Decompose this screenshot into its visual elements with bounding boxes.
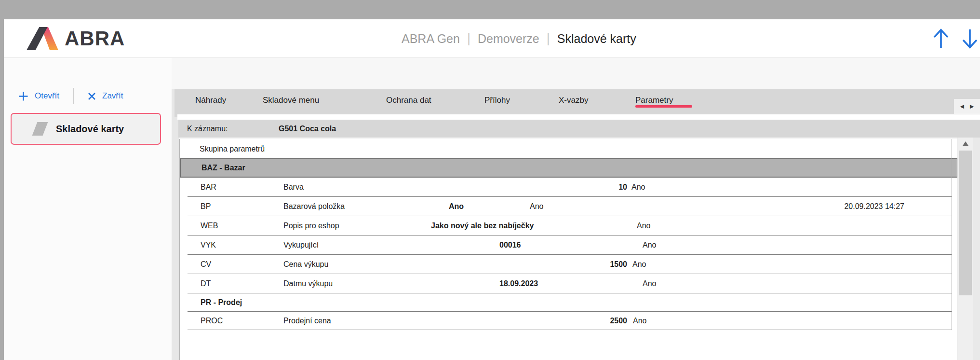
separator-strip [177,114,980,120]
tab-scroll-right-icon[interactable]: ▶ [970,103,974,110]
tab-prilohy[interactable]: Přílohy [484,96,510,105]
logo-text: ABRA [65,27,125,50]
sidebar-item-label: Skladové karty [56,124,124,135]
column-header-skupina: Skupina parametrů [200,140,265,158]
sidebar: Otevřít Zavřít Skladové karty [4,58,172,360]
stock-card-icon [32,122,48,136]
record-label: K záznamu: [187,120,228,138]
header: ABRA ABRA Gen | Demoverze | Skladové kar… [4,19,980,58]
record-bar: K záznamu: G501 Coca cola [178,120,980,138]
tab-scroll-left-icon[interactable]: ◀ [960,103,964,110]
tab-scroller: ◀ ▶ [954,99,980,114]
tab-x-vazby[interactable]: X-vazby [559,96,588,105]
table-row-bp[interactable]: BP Bazarová položka Ano Ano 20.09.2023 1… [180,197,958,216]
close-button-label: Zavřít [102,91,123,101]
plus-icon [18,91,28,101]
open-button[interactable]: Otevřít [18,91,59,101]
table-row-cv[interactable]: CV Cena výkupu 1500 Ano [180,255,958,274]
record-navigation [932,19,979,58]
toolbar-divider [73,88,74,104]
abra-logo: ABRA [27,19,125,58]
tab-skladove-menu[interactable]: Skladové menu [263,96,319,105]
arrow-up-icon[interactable] [932,28,950,49]
parameter-table: Skupina parametrů BAZ - Bazar BAR Barva … [179,139,957,360]
table-row-dt[interactable]: DT Datmu výkupu 18.09.2023 Ano [180,274,958,293]
breadcrumb-env: Demoverze [478,32,539,46]
close-icon [88,92,96,100]
arrow-down-icon[interactable] [961,28,979,49]
abra-logo-icon [27,27,58,50]
active-tab-underline [635,105,692,108]
column-divider [952,139,952,330]
open-button-label: Otevřít [35,91,59,101]
breadcrumb: ABRA Gen | Demoverze | Skladové karty [402,19,636,58]
table-header-row: Skupina parametrů [180,140,958,158]
breadcrumb-separator: | [547,31,550,46]
sidebar-item-skladove-karty[interactable]: Skladové karty [11,113,161,145]
record-value: G501 Coca cola [279,120,336,138]
tab-ochrana-dat[interactable]: Ochrana dat [386,96,431,105]
table-row-vyk[interactable]: VYK Vykupující 00016 Ano [180,235,958,255]
tab-bar: Náhrady Skladové menu Ochrana dat Příloh… [175,89,980,117]
breadcrumb-app: ABRA Gen [402,32,460,46]
scroll-up-icon[interactable] [963,141,968,146]
table-row-bar[interactable]: BAR Barva 10 Ano [180,178,958,197]
table-row-proc[interactable]: PROC Prodejní cena 2500 Ano [180,312,958,330]
sidebar-toolbar: Otevřít Zavřít [18,88,123,104]
tab-parametry[interactable]: Parametry [635,96,673,105]
page-title: Skladové karty [557,32,636,46]
group-row-pr[interactable]: PR - Prodej [180,293,958,312]
breadcrumb-separator: | [467,31,470,46]
group-row-baz[interactable]: BAZ - Bazar [180,158,958,178]
table-row-web[interactable]: WEB Popis pro eshop Jako nový ale bez na… [180,216,958,235]
close-button[interactable]: Zavřít [88,91,123,101]
tab-nahrady[interactable]: Náhrady [195,96,226,105]
vertical-scrollbar[interactable] [958,138,973,360]
scrollbar-thumb[interactable] [959,151,972,295]
